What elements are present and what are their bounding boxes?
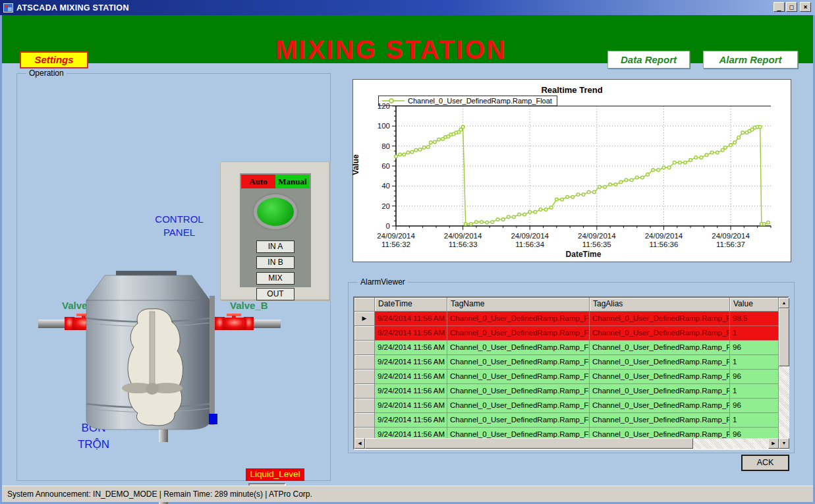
- column-header-tagalias[interactable]: TagAlias: [590, 298, 730, 312]
- realtime-trend-panel: Realtime Trend Channel_0_User_DefinedRam…: [352, 79, 791, 262]
- row-selector-cell[interactable]: [354, 428, 375, 438]
- maximize-button[interactable]: □: [786, 2, 797, 12]
- vertical-scrollbar-thumb[interactable]: [779, 308, 789, 366]
- svg-text:24/09/201411:56:33: 24/09/201411:56:33: [444, 232, 482, 248]
- close-button[interactable]: ×: [800, 2, 811, 12]
- liquid-level-label: Liquid_Level: [246, 468, 304, 481]
- title-bar: ATSCADA MIXING STATION _ □ ×: [0, 0, 815, 15]
- window-border-left: [0, 0, 2, 504]
- table-cell: 9/24/2014 11:56 AM: [375, 384, 447, 399]
- svg-text:100: 100: [378, 122, 390, 130]
- row-selector-arrow-icon[interactable]: ▶: [354, 312, 375, 326]
- scroll-right-icon[interactable]: ▶: [768, 438, 779, 449]
- table-row[interactable]: 9/24/2014 11:56 AMChannel_0_User_Defined…: [354, 370, 779, 384]
- table-row[interactable]: 9/24/2014 11:56 AMChannel_0_User_Defined…: [354, 428, 779, 438]
- column-header-datetime[interactable]: DateTime: [375, 298, 447, 312]
- minimize-button[interactable]: _: [773, 2, 785, 12]
- alarm-table-body: ▶9/24/2014 11:56 AMChannel_0_User_Define…: [354, 312, 779, 438]
- svg-text:24/09/201411:56:34: 24/09/201411:56:34: [511, 232, 549, 248]
- column-header-tagname[interactable]: TagName: [447, 298, 590, 312]
- table-cell: Channel_0_User_DefinedRamp.Ramp_Float: [590, 399, 730, 413]
- svg-text:0: 0: [386, 222, 390, 230]
- svg-text:120: 120: [378, 102, 390, 110]
- table-row[interactable]: 9/24/2014 11:56 AMChannel_0_User_Defined…: [354, 341, 779, 355]
- horizontal-scrollbar-thumb[interactable]: [365, 438, 693, 449]
- table-cell: 96: [730, 341, 779, 355]
- svg-text:24/09/201411:56:35: 24/09/201411:56:35: [578, 232, 616, 248]
- table-row[interactable]: ▶9/24/2014 11:56 AMChannel_0_User_Define…: [354, 312, 779, 326]
- row-selector-cell[interactable]: [354, 326, 375, 341]
- alarm-viewer-groupbox: AlarmViewer DateTime TagName TagAlias Va…: [348, 282, 795, 453]
- table-cell: 96: [730, 428, 779, 438]
- table-row[interactable]: 9/24/2014 11:56 AMChannel_0_User_Defined…: [354, 399, 779, 413]
- table-row[interactable]: 9/24/2014 11:56 AMChannel_0_User_Defined…: [354, 355, 779, 370]
- out-button[interactable]: OUT: [256, 288, 295, 300]
- table-row[interactable]: 9/24/2014 11:56 AMChannel_0_User_Defined…: [354, 326, 779, 341]
- app-icon: [3, 3, 13, 13]
- table-cell: Channel_0_User_DefinedRamp.Ramp_Float: [447, 413, 590, 428]
- alarm-table-header: DateTime TagName TagAlias Value: [354, 298, 779, 312]
- table-cell: Channel_0_User_DefinedRamp.Ramp_Float: [590, 428, 730, 438]
- table-cell: 1: [730, 384, 779, 399]
- auto-mode-button[interactable]: Auto: [241, 175, 275, 188]
- table-cell: Channel_0_User_DefinedRamp.Ramp_Float: [590, 312, 730, 326]
- status-bar: System Announcement: IN_DEMO_MODE | Rema…: [2, 486, 813, 502]
- table-cell: 1: [730, 413, 779, 428]
- table-cell: Channel_0_User_DefinedRamp.Ramp_Float: [447, 355, 590, 370]
- table-cell: Channel_0_User_DefinedRamp.Ramp_Float: [590, 413, 730, 428]
- application-window: ATSCADA MIXING STATION _ □ × MIXING STAT…: [0, 0, 815, 504]
- in-b-button[interactable]: IN B: [256, 256, 295, 269]
- header-band: MIXING STATION: [2, 15, 813, 63]
- horizontal-scrollbar[interactable]: ◀ ▶: [354, 438, 779, 449]
- alarm-table: DateTime TagName TagAlias Value ▶9/24/20…: [353, 296, 789, 450]
- scroll-up-icon[interactable]: ▲: [779, 298, 789, 308]
- alarm-viewer-group-label: AlarmViewer: [358, 277, 408, 287]
- table-cell: 96: [730, 370, 779, 384]
- table-cell: 9/24/2014 11:56 AM: [375, 341, 447, 355]
- mixing-tank: [78, 269, 220, 442]
- svg-text:24/09/201411:56:32: 24/09/201411:56:32: [377, 232, 415, 248]
- in-a-button[interactable]: IN A: [256, 240, 295, 253]
- table-cell: 1: [730, 326, 779, 341]
- table-cell: Channel_0_User_DefinedRamp.Ramp_Float: [447, 399, 590, 413]
- table-cell: 9/24/2014 11:56 AM: [375, 326, 447, 341]
- table-row[interactable]: 9/24/2014 11:56 AMChannel_0_User_Defined…: [354, 384, 779, 399]
- scroll-left-icon[interactable]: ◀: [354, 438, 365, 449]
- table-cell: Channel_0_User_DefinedRamp.Ramp_Float: [590, 384, 730, 399]
- status-text: System Announcement: IN_DEMO_MODE | Rema…: [7, 490, 312, 499]
- row-selector-cell[interactable]: [354, 399, 375, 413]
- table-cell: 96: [730, 399, 779, 413]
- control-panel-face: Auto Manual IN A IN B MIX OUT: [240, 173, 311, 287]
- svg-text:DateTime: DateTime: [566, 250, 602, 259]
- row-selector-cell[interactable]: [354, 413, 375, 428]
- column-header-value[interactable]: Value: [730, 298, 779, 312]
- table-cell: 9/24/2014 11:56 AM: [375, 370, 447, 384]
- status-lamp-indicator: [254, 194, 297, 229]
- row-selector-cell[interactable]: [354, 384, 375, 399]
- row-selector-cell[interactable]: [354, 370, 375, 384]
- tank-level-fill: [209, 414, 217, 424]
- row-selector-cell[interactable]: [354, 341, 375, 355]
- settings-button[interactable]: Settings: [20, 51, 88, 69]
- svg-text:40: 40: [381, 182, 390, 190]
- table-cell: 9/24/2014 11:56 AM: [375, 399, 447, 413]
- svg-text:80: 80: [381, 142, 390, 150]
- table-cell: 98.5: [730, 312, 779, 326]
- table-row[interactable]: 9/24/2014 11:56 AMChannel_0_User_Defined…: [354, 413, 779, 428]
- control-panel-caption: CONTROL PANEL: [139, 213, 219, 238]
- mix-button[interactable]: MIX: [256, 272, 295, 285]
- trend-plot: 02040608010012024/09/201411:56:3224/09/2…: [353, 80, 791, 262]
- table-cell: 1: [730, 355, 779, 370]
- table-cell: Channel_0_User_DefinedRamp.Ramp_Float: [447, 370, 590, 384]
- data-report-button[interactable]: Data Report: [607, 51, 690, 69]
- alarm-report-button[interactable]: Alarm Report: [703, 51, 798, 69]
- control-panel: Auto Manual IN A IN B MIX OUT: [220, 161, 331, 301]
- selector-column-header: [354, 298, 375, 312]
- table-cell: Channel_0_User_DefinedRamp.Ramp_Float: [590, 326, 730, 341]
- ack-button[interactable]: ACK: [741, 455, 789, 471]
- scroll-down-icon[interactable]: ▼: [779, 438, 789, 449]
- vertical-scrollbar[interactable]: ▲ ▼: [779, 298, 789, 439]
- table-cell: Channel_0_User_DefinedRamp.Ramp_Float: [447, 341, 590, 355]
- manual-mode-button[interactable]: Manual: [275, 175, 310, 188]
- row-selector-cell[interactable]: [354, 355, 375, 370]
